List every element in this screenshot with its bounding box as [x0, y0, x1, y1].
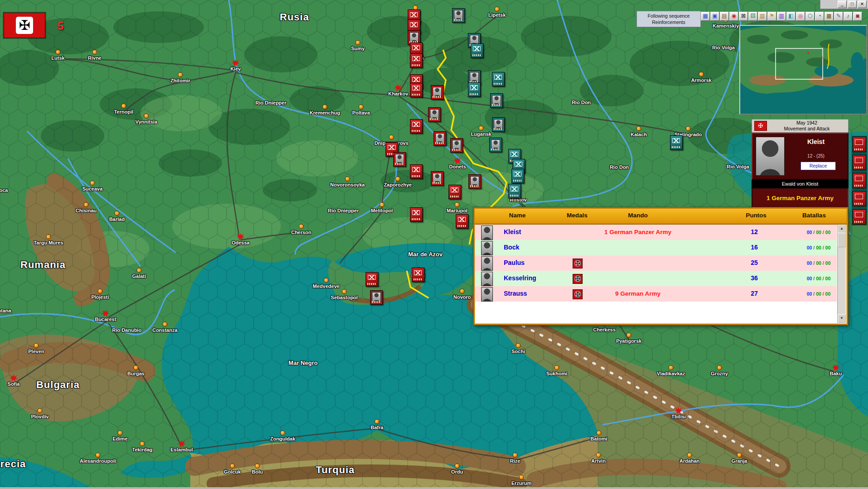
col-header-puntos: Puntos — [746, 212, 767, 219]
leader-portrait — [372, 292, 381, 302]
commanders-dialog: Name Medals Mando Puntos Batallas Kleist… — [473, 207, 848, 325]
sequence-status-box: Following sequence Reinforcements — [637, 11, 701, 27]
scroll-up-button[interactable]: ▲ — [838, 225, 846, 233]
reinforcement-counter[interactable] — [853, 173, 866, 188]
commander-row[interactable]: Kleist1 German Panzer Army1200 / 00 / 00 — [475, 225, 837, 240]
commander-row[interactable]: Kesselring✠3600 / 00 / 00 — [475, 271, 837, 286]
reinforcement-counter[interactable] — [853, 191, 866, 206]
turn-phase: Movement and Attack — [769, 126, 844, 132]
commander-row[interactable]: Strauss✠9 German Army2700 / 00 / 00 — [475, 286, 837, 302]
german-unit-counter[interactable] — [456, 214, 468, 229]
german-leader-counter[interactable] — [393, 152, 406, 167]
reinforcement-counter[interactable] — [853, 155, 866, 170]
screen-icon[interactable]: ▦ — [701, 12, 710, 21]
reinforcement-counter[interactable] — [853, 209, 866, 225]
german-unit-counter[interactable] — [448, 185, 461, 199]
leader-portrait — [491, 139, 500, 149]
iron-cross-medal-icon: ✠ — [573, 259, 583, 268]
soviet-unit-counter[interactable] — [492, 72, 505, 86]
soviet-unit-counter[interactable] — [468, 82, 481, 97]
commander-puntos: 27 — [741, 290, 768, 297]
window-bottom-frame — [0, 487, 868, 489]
sequence-phase: Reinforcements — [637, 19, 700, 25]
commander-row[interactable]: Paulus✠2500 / 00 / 00 — [475, 255, 837, 271]
commander-puntos: 12 — [741, 228, 768, 235]
leader-portrait — [433, 87, 442, 97]
units-icon[interactable]: ▥ — [777, 12, 786, 21]
note-icon[interactable]: ✎ — [834, 12, 843, 21]
leader-portrait — [452, 140, 461, 150]
turn-counter: 5 — [58, 20, 63, 33]
leader-portrait — [470, 176, 479, 186]
commander-batallas: 00 / 00 / 00 — [795, 260, 842, 266]
german-unit-counter[interactable] — [366, 272, 378, 287]
german-unit-counter[interactable] — [410, 83, 423, 97]
german-leader-counter[interactable] — [428, 107, 441, 122]
leader-portrait — [492, 95, 501, 105]
active-nation-flag: ✠ — [4, 13, 45, 38]
german-leader-counter[interactable] — [370, 290, 383, 305]
chart-icon[interactable]: ◧ — [786, 12, 796, 21]
minimap[interactable] — [739, 25, 867, 115]
target-icon[interactable]: ◎ — [796, 12, 805, 21]
soviet-leader-counter[interactable] — [490, 93, 503, 108]
flags-icon[interactable]: ⚑ — [767, 12, 776, 21]
ledger-icon[interactable]: ▤ — [720, 12, 729, 21]
soviet-unit-counter[interactable] — [670, 135, 683, 150]
german-leader-counter[interactable] — [431, 85, 444, 100]
commander-name: Kesselring — [504, 274, 536, 282]
soviet-unit-counter[interactable] — [511, 169, 524, 183]
reinforcement-counter[interactable] — [853, 137, 866, 152]
commander-puntos: 16 — [741, 244, 768, 251]
minimize-button[interactable]: _ — [838, 0, 847, 8]
reinforcement-tray — [852, 136, 867, 225]
soviet-unit-counter[interactable] — [508, 184, 521, 198]
close-window-icon[interactable]: ⊠ — [739, 12, 748, 21]
clock-icon[interactable]: ◔ — [815, 12, 824, 21]
german-unit-counter[interactable] — [412, 268, 424, 282]
close-button[interactable]: ✕ — [858, 0, 867, 8]
german-leader-counter[interactable] — [431, 171, 444, 186]
commander-strength: 12 - (25) — [786, 153, 846, 158]
col-header-medals: Medals — [567, 212, 588, 219]
sound-icon[interactable]: ♪ — [844, 12, 853, 21]
commander-batallas: 00 / 00 / 00 — [795, 230, 842, 235]
german-unit-counter[interactable] — [410, 53, 423, 68]
save-icon[interactable]: ▣ — [710, 12, 719, 21]
german-leader-counter[interactable] — [468, 174, 481, 189]
scroll-thumb[interactable] — [838, 233, 846, 247]
german-leader-counter[interactable] — [434, 131, 446, 146]
commander-name: Strauss — [504, 290, 527, 297]
turn-date: May 1942 — [769, 120, 844, 126]
turn-header: ✠ May 1942 Movement and Attack — [752, 119, 849, 133]
leader-portrait — [470, 72, 479, 82]
main-toolbar: ▦▣▤◉⊠⚄▧⚑▥◧◎⬡◔▩✎♪◙ — [701, 12, 862, 21]
game-screen: { "window": {"min": "_", "max": "□", "cl… — [0, 0, 868, 489]
german-unit-counter[interactable] — [410, 207, 423, 222]
commander-puntos: 36 — [741, 274, 768, 282]
commander-short-name: Kleist — [786, 138, 846, 145]
soviet-leader-counter[interactable] — [489, 138, 502, 152]
dice-icon[interactable]: ⚄ — [748, 12, 757, 21]
commander-row-portrait — [481, 287, 493, 302]
record-icon[interactable]: ◉ — [729, 12, 738, 21]
hex-icon[interactable]: ⬡ — [805, 12, 815, 21]
replace-button[interactable]: Replace — [800, 162, 836, 170]
map-icon[interactable]: ▧ — [758, 12, 767, 21]
exit-icon[interactable]: ◙ — [853, 12, 862, 21]
leader-portrait — [410, 32, 419, 42]
leader-portrait — [454, 10, 463, 20]
soviet-unit-counter[interactable] — [471, 43, 483, 58]
german-unit-counter[interactable] — [410, 119, 423, 134]
german-unit-counter[interactable] — [410, 164, 423, 179]
maximize-button[interactable]: □ — [848, 0, 857, 8]
commander-row[interactable]: Bock1600 / 00 / 00 — [475, 240, 837, 255]
scroll-down-button[interactable]: ▼ — [838, 314, 846, 323]
supply-icon[interactable]: ▩ — [825, 12, 834, 21]
soviet-leader-counter[interactable] — [452, 8, 465, 23]
german-flag-icon: ✠ — [754, 121, 767, 131]
soviet-leader-counter[interactable] — [492, 117, 505, 132]
commander-name: Paulus — [504, 259, 525, 266]
iron-cross-icon: ✠ — [16, 17, 33, 34]
german-leader-counter[interactable] — [450, 138, 463, 153]
